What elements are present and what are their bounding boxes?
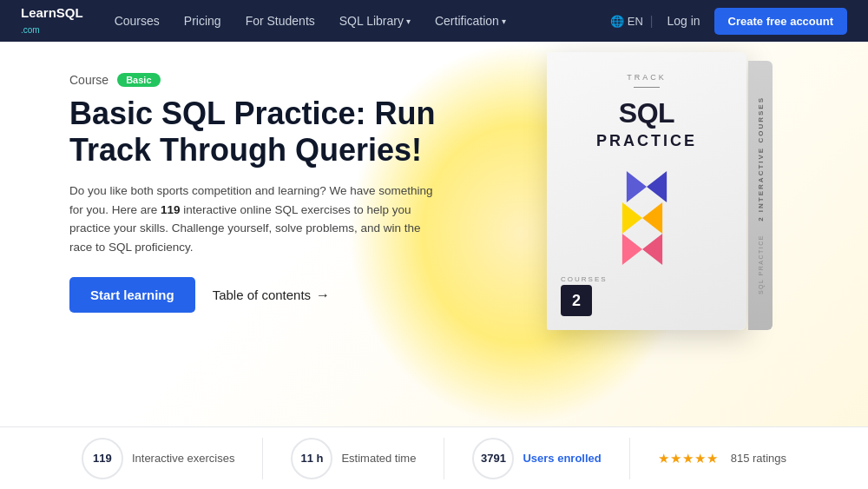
book-track-label: TRACK <box>627 73 667 82</box>
stat-enrolled: 3791 Users enrolled <box>444 438 629 479</box>
exercises-label: Interactive exercises <box>132 452 235 465</box>
logo[interactable]: LearnSQL .com <box>21 5 83 36</box>
stars-icon: ★★★★★ <box>658 451 719 466</box>
course-label-row: Course Basic <box>69 73 521 87</box>
hero-book: TRACK SQL PRACTICE COURSES <box>521 69 799 347</box>
book-title-practice: PRACTICE <box>596 132 697 150</box>
svg-marker-5 <box>642 234 662 265</box>
toc-label: Table of contents <box>213 287 311 302</box>
create-account-button[interactable]: Create free account <box>714 8 847 35</box>
exercise-count: 119 <box>161 203 181 216</box>
bowtie-yellow <box>619 202 666 234</box>
book-courses-number: 2 <box>561 285 592 316</box>
nav-for-students[interactable]: For Students <box>235 9 326 33</box>
enrolled-label: Users enrolled <box>523 452 601 465</box>
hero-title: Basic SQL Practice: Run Track Through Qu… <box>69 96 486 169</box>
logo-text: LearnSQL <box>21 5 83 20</box>
bowtie-pink <box>619 234 666 265</box>
nav-sql-library[interactable]: SQL Library ▾ <box>329 9 421 33</box>
book-courses-label: COURSES <box>561 275 608 283</box>
stat-time: 11 h Estimated time <box>263 438 444 479</box>
svg-marker-1 <box>647 171 667 202</box>
stat-exercises: 119 Interactive exercises <box>54 438 264 479</box>
course-label: Course <box>69 73 108 87</box>
table-of-contents-link[interactable]: Table of contents → <box>213 287 330 303</box>
time-badge: 11 h <box>291 438 332 479</box>
enrolled-badge: 3791 <box>472 438 514 479</box>
bowtie-blue <box>623 171 670 202</box>
svg-marker-3 <box>642 202 662 234</box>
hero-content: Course Basic Basic SQL Practice: Run Tra… <box>69 69 521 313</box>
book-spine-text2: SQL PRACTICE <box>758 235 764 294</box>
ratings-count: 815 ratings <box>731 452 786 465</box>
lang-selector[interactable]: 🌐 EN <box>610 15 643 28</box>
nav-certification[interactable]: Certification ▾ <box>424 9 516 33</box>
book-title-sql: SQL <box>619 98 674 129</box>
nav-pricing[interactable]: Pricing <box>174 9 232 33</box>
book-front: TRACK SQL PRACTICE COURSES <box>547 52 746 330</box>
book-spine-text1: 2 INTERACTIVE COURSES <box>757 96 765 221</box>
stats-bar: 119 Interactive exercises 11 h Estimated… <box>0 426 868 489</box>
exercises-badge: 119 <box>82 438 123 479</box>
svg-marker-4 <box>622 234 642 265</box>
toc-arrow: → <box>316 287 330 303</box>
logo-sub: .com <box>21 25 40 35</box>
login-link[interactable]: Log in <box>660 10 707 31</box>
hero-description: Do you like both sports competition and … <box>69 182 443 256</box>
navbar: LearnSQL .com Courses Pricing For Studen… <box>0 0 868 42</box>
book-courses-section: COURSES 2 <box>561 265 733 316</box>
svg-marker-2 <box>622 202 642 234</box>
book-track-line <box>634 87 660 88</box>
hero-section: Course Basic Basic SQL Practice: Run Tra… <box>0 42 868 426</box>
course-badge: Basic <box>117 73 160 87</box>
nav-right: 🌐 EN | Log in Create free account <box>610 8 847 35</box>
nav-courses[interactable]: Courses <box>104 9 170 33</box>
time-label: Estimated time <box>341 452 416 465</box>
nav-links: Courses Pricing For Students SQL Library… <box>104 9 603 33</box>
start-learning-button[interactable]: Start learning <box>69 277 195 313</box>
book-spine: 2 INTERACTIVE COURSES SQL PRACTICE <box>748 61 773 330</box>
stat-ratings: ★★★★★ 815 ratings <box>630 451 814 466</box>
hero-actions: Start learning Table of contents → <box>69 277 521 313</box>
svg-marker-0 <box>627 171 647 202</box>
book: TRACK SQL PRACTICE COURSES <box>547 52 773 347</box>
